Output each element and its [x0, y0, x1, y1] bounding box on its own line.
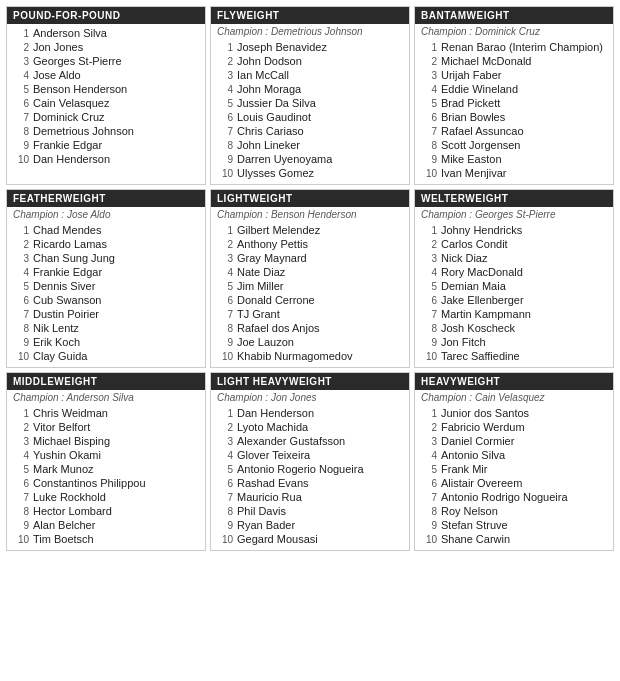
- rank-number: 6: [217, 478, 233, 489]
- fighter-name: Constantinos Philippou: [33, 477, 146, 489]
- rank-list-light-heavyweight: 1Dan Henderson2Lyoto Machida3Alexander G…: [211, 404, 409, 550]
- list-item: 3Urijah Faber: [419, 68, 609, 82]
- fighter-name: Fabricio Werdum: [441, 421, 525, 433]
- list-item: 4Yushin Okami: [11, 448, 201, 462]
- rank-number: 3: [421, 436, 437, 447]
- list-item: 10Ulysses Gomez: [215, 166, 405, 180]
- list-item: 10Ivan Menjivar: [419, 166, 609, 180]
- rank-number: 3: [421, 70, 437, 81]
- fighter-name: Jim Miller: [237, 280, 283, 292]
- rank-number: 5: [421, 464, 437, 475]
- fighter-name: Yushin Okami: [33, 449, 101, 461]
- fighter-name: Mark Munoz: [33, 463, 94, 475]
- fighter-name: Tim Boetsch: [33, 533, 94, 545]
- list-item: 2Anthony Pettis: [215, 237, 405, 251]
- rank-number: 7: [421, 492, 437, 503]
- fighter-name: Benson Henderson: [33, 83, 127, 95]
- category-flyweight: FLYWEIGHTChampion : Demetrious Johnson1J…: [210, 6, 410, 185]
- list-item: 1Renan Barao (Interim Champion): [419, 40, 609, 54]
- rank-number: 4: [421, 84, 437, 95]
- fighter-name: Rafael Assuncao: [441, 125, 524, 137]
- rank-number: 8: [421, 140, 437, 151]
- rank-number: 3: [13, 253, 29, 264]
- rank-number: 6: [421, 295, 437, 306]
- list-item: 9Darren Uyenoyama: [215, 152, 405, 166]
- fighter-name: Dominick Cruz: [33, 111, 105, 123]
- list-item: 3Daniel Cormier: [419, 434, 609, 448]
- rank-number: 9: [421, 337, 437, 348]
- fighter-name: Jon Fitch: [441, 336, 486, 348]
- rank-number: 4: [217, 450, 233, 461]
- list-item: 2Fabricio Werdum: [419, 420, 609, 434]
- fighter-name: Renan Barao (Interim Champion): [441, 41, 603, 53]
- fighter-name: Nate Diaz: [237, 266, 285, 278]
- fighter-name: Frankie Edgar: [33, 139, 102, 151]
- fighter-name: Ulysses Gomez: [237, 167, 314, 179]
- list-item: 2Jon Jones: [11, 40, 201, 54]
- category-header-welterweight: WELTERWEIGHT: [415, 190, 613, 207]
- category-header-pound-for-pound: POUND-FOR-POUND: [7, 7, 205, 24]
- rank-number: 5: [217, 98, 233, 109]
- rank-number: 2: [421, 56, 437, 67]
- list-item: 7Mauricio Rua: [215, 490, 405, 504]
- rank-number: 10: [217, 534, 233, 545]
- category-header-featherweight: FEATHERWEIGHT: [7, 190, 205, 207]
- fighter-name: Josh Koscheck: [441, 322, 515, 334]
- list-item: 3Nick Diaz: [419, 251, 609, 265]
- rank-number: 1: [217, 42, 233, 53]
- list-item: 7Rafael Assuncao: [419, 124, 609, 138]
- list-item: 4Eddie Wineland: [419, 82, 609, 96]
- rank-number: 4: [421, 450, 437, 461]
- rank-number: 3: [217, 436, 233, 447]
- rank-number: 5: [217, 464, 233, 475]
- list-item: 6Cub Swanson: [11, 293, 201, 307]
- rank-number: 3: [217, 253, 233, 264]
- fighter-name: Darren Uyenoyama: [237, 153, 332, 165]
- rank-number: 9: [13, 520, 29, 531]
- list-item: 10Dan Henderson: [11, 152, 201, 166]
- rank-number: 10: [13, 351, 29, 362]
- list-item: 2Vitor Belfort: [11, 420, 201, 434]
- list-item: 6Louis Gaudinot: [215, 110, 405, 124]
- fighter-name: Johny Hendricks: [441, 224, 522, 236]
- rank-list-pound-for-pound: 1Anderson Silva2Jon Jones3Georges St-Pie…: [7, 24, 205, 170]
- list-item: 10Clay Guida: [11, 349, 201, 363]
- list-item: 9Mike Easton: [419, 152, 609, 166]
- fighter-name: Chris Weidman: [33, 407, 108, 419]
- fighter-name: Cain Velasquez: [33, 97, 109, 109]
- list-item: 7Martin Kampmann: [419, 307, 609, 321]
- rank-number: 4: [13, 450, 29, 461]
- fighter-name: TJ Grant: [237, 308, 280, 320]
- list-item: 8Demetrious Johnson: [11, 124, 201, 138]
- fighter-name: Joseph Benavidez: [237, 41, 327, 53]
- rank-number: 1: [421, 408, 437, 419]
- fighter-name: Ricardo Lamas: [33, 238, 107, 250]
- rank-number: 6: [421, 478, 437, 489]
- fighter-name: Nik Lentz: [33, 322, 79, 334]
- list-item: 5Mark Munoz: [11, 462, 201, 476]
- rank-number: 1: [13, 28, 29, 39]
- list-item: 3Gray Maynard: [215, 251, 405, 265]
- fighter-name: Luke Rockhold: [33, 491, 106, 503]
- rank-number: 10: [421, 168, 437, 179]
- fighter-name: Nick Diaz: [441, 252, 487, 264]
- fighter-name: Frank Mir: [441, 463, 487, 475]
- fighter-name: Jon Jones: [33, 41, 83, 53]
- list-item: 6Donald Cerrone: [215, 293, 405, 307]
- fighter-name: John Moraga: [237, 83, 301, 95]
- fighter-name: Dan Henderson: [237, 407, 314, 419]
- champion-label-light-heavyweight: Champion : Jon Jones: [211, 390, 409, 404]
- list-item: 1Chad Mendes: [11, 223, 201, 237]
- list-item: 8Phil Davis: [215, 504, 405, 518]
- rank-number: 1: [13, 225, 29, 236]
- rankings-grid: POUND-FOR-POUND1Anderson Silva2Jon Jones…: [0, 0, 620, 557]
- list-item: 8John Lineker: [215, 138, 405, 152]
- rank-number: 9: [13, 140, 29, 151]
- rank-number: 8: [421, 323, 437, 334]
- fighter-name: Antonio Silva: [441, 449, 505, 461]
- rank-number: 9: [217, 520, 233, 531]
- list-item: 2Lyoto Machida: [215, 420, 405, 434]
- list-item: 8Hector Lombard: [11, 504, 201, 518]
- list-item: 10Gegard Mousasi: [215, 532, 405, 546]
- list-item: 6Jake Ellenberger: [419, 293, 609, 307]
